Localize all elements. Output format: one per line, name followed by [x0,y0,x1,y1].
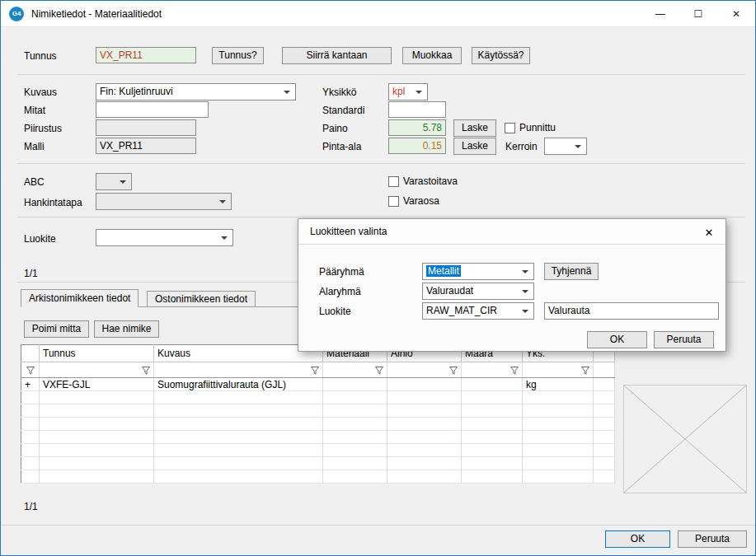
maximize-button[interactable]: ☐ [679,1,717,26]
close-icon: ✕ [732,8,740,20]
filter-cell-expand[interactable] [21,362,40,378]
varastoitava-checkbox[interactable]: Varastoitava [388,175,458,188]
luokite-name-field[interactable]: Valurauta [544,302,719,320]
hankintatapa-select[interactable] [96,193,232,210]
kuvaus-value: Fin: Kuljetinruuvi [100,86,173,97]
chevron-down-icon [522,310,528,313]
pinta-ala-laske-button[interactable]: Laske [453,138,496,155]
luokite-select[interactable] [96,229,233,246]
tyhjenna-button[interactable]: Tyhjennä [544,263,599,280]
kaytossa-query-button[interactable]: Käytössä? [472,47,530,64]
checkbox-icon [388,176,399,187]
varaosa-checkbox[interactable]: Varaosa [388,194,439,208]
row-expand-toggle[interactable]: + [21,378,40,391]
image-placeholder [623,385,747,493]
mitat-label: Mitat [24,104,45,117]
filter-icon [448,366,458,376]
dialog-ok-button[interactable]: OK [587,331,647,348]
tunnus-label: Tunnus [24,49,57,63]
paino-laske-button[interactable]: Laske [453,119,496,137]
yksikko-select[interactable]: kpl [388,83,428,100]
malli-field[interactable]: VX_PR11 [96,138,196,154]
cell-tunnus[interactable]: VXFE-GJL [40,378,154,391]
dialog-peruuta-button[interactable]: Peruuta [654,331,714,348]
hankintatapa-label: Hankintatapa [24,196,82,209]
paaryhma-label: Pääryhmä [319,265,364,278]
filter-cell-kuvaus[interactable] [154,362,323,378]
mitat-field[interactable] [96,101,209,118]
filter-cell-maara[interactable] [462,362,523,378]
punnittu-checkbox[interactable]: Punnittu [505,121,556,134]
table-empty-row [21,444,615,457]
tab-arkistonimikkeen-tiedot[interactable]: Arkistonimikkeen tiedot [21,289,139,307]
cell-maara[interactable] [462,378,523,391]
minimize-button[interactable]: — [641,1,679,26]
cell-aihio[interactable] [387,378,462,391]
dialog-luokite-value: RAW_MAT_CIR [426,305,497,316]
dialog-close-button[interactable]: ✕ [701,224,717,241]
main-window: G4 Nimiketiedot - Materiaalitiedot — ☐ ✕… [0,0,756,556]
filter-cell-aihio[interactable] [387,362,462,378]
punnittu-checkbox-label: Punnittu [519,122,556,133]
table-pager: 1/1 [24,501,38,512]
kerroin-select[interactable] [544,138,587,155]
paaryhma-value: Metallit [426,265,461,277]
tab-ostonimikkeen-tiedot[interactable]: Ostonimikkeen tiedot [147,291,256,307]
tunnus-field[interactable]: VX_PR11 [96,47,196,63]
luokite-label: Luokite [24,232,56,245]
tunnus-query-button[interactable]: Tunnus? [212,47,264,64]
ok-button[interactable]: OK [605,530,670,548]
close-button[interactable]: ✕ [717,1,755,26]
piirustus-field[interactable] [96,119,196,136]
pinta-ala-label: Pinta-ala [322,140,361,153]
chevron-down-icon [284,91,290,94]
titlebar: G4 Nimiketiedot - Materiaalitiedot — ☐ ✕ [1,1,755,27]
filter-icon [26,366,35,376]
alaryhma-select[interactable]: Valuraudat [422,283,534,300]
malli-label: Malli [24,140,45,153]
abc-select[interactable] [96,173,132,190]
materials-table: Tunnus Kuvaus Materiaali Aihio Määrä Yks… [21,344,615,484]
luokite-dialog: Luokitteen valinta ✕ Pääryhmä Metallit T… [298,218,726,352]
abc-label: ABC [24,175,45,189]
chevron-down-icon [575,145,581,148]
poimi-mitta-button[interactable]: Poimi mitta [24,320,89,338]
table-filter-row [21,362,615,378]
separator [17,163,745,164]
cell-materiaali[interactable] [323,378,387,391]
peruuta-button[interactable]: Peruuta [678,530,747,548]
filter-icon [509,366,519,376]
chevron-down-icon [120,180,126,184]
table-row[interactable]: + VXFE-GJL Suomugrafiittivalurauta (GJL)… [21,378,615,391]
checkbox-icon [388,196,399,207]
col-header-expand [21,345,40,362]
table-empty-row [21,391,615,404]
filter-icon [374,366,384,376]
filter-cell-tunnus[interactable] [40,362,154,378]
dialog-title: Luokitteen valinta [298,219,725,245]
app-icon-label: G4 [12,10,21,17]
filter-cell-yks[interactable] [523,362,594,378]
hae-nimike-button[interactable]: Hae nimike [94,320,159,338]
pinta-ala-field[interactable]: 0.15 [388,138,446,154]
minimize-icon: — [655,8,665,20]
kuvaus-select[interactable]: Fin: Kuljetinruuvi [96,83,296,100]
cell-kuvaus[interactable]: Suomugrafiittivalurauta (GJL) [154,378,323,391]
standardi-label: Standardi [322,104,364,117]
cell-yks[interactable]: kg [523,378,594,391]
tab-label: Ostonimikkeen tiedot [155,293,247,305]
cell-filler [594,378,615,391]
muokkaa-button[interactable]: Muokkaa [402,47,462,64]
siirra-kantaan-button[interactable]: Siirrä kantaan [282,47,392,64]
col-header-tunnus[interactable]: Tunnus [40,345,154,362]
chevron-down-icon [416,91,422,94]
dialog-luokite-select[interactable]: RAW_MAT_CIR [422,302,534,320]
standardi-field[interactable] [388,101,446,118]
window-title: Nimiketiedot - Materiaalitiedot [31,8,162,20]
filter-icon [310,366,320,376]
filter-cell-materiaali[interactable] [323,362,387,378]
chevron-down-icon [522,290,528,293]
paino-label: Paino [322,122,348,135]
paino-field[interactable]: 5.78 [388,119,446,136]
paaryhma-select[interactable]: Metallit [422,263,534,280]
